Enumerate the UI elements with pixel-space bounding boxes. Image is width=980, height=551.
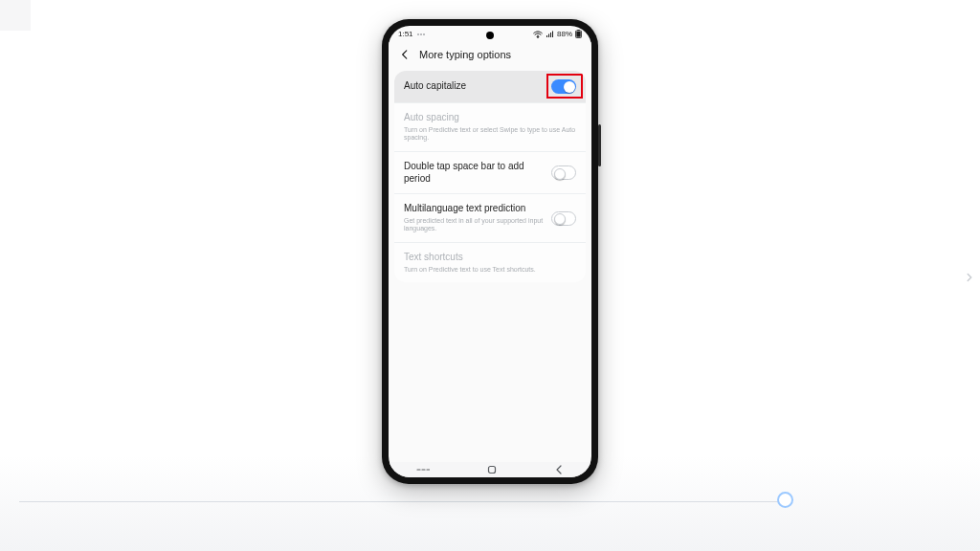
back-icon[interactable]	[398, 48, 412, 61]
nav-back-icon[interactable]	[554, 465, 564, 474]
battery-icon	[575, 30, 582, 38]
setting-title: Multilanguage text prediction	[404, 203, 551, 215]
setting-text: Auto capitalize	[404, 80, 551, 93]
phone-frame: 1:51 88% More typing options Auto capita…	[382, 19, 598, 484]
svg-rect-6	[488, 467, 495, 474]
setting-row[interactable]: Auto capitalize	[394, 71, 586, 103]
settings-list: Auto capitalizeAuto spacingTurn on Predi…	[394, 71, 586, 282]
wifi-icon	[533, 31, 543, 38]
setting-title: Auto capitalize	[404, 80, 551, 93]
status-misc-icon	[416, 31, 428, 38]
setting-text: Text shortcutsTurn on Predictive text to…	[404, 252, 576, 274]
setting-text: Double tap space bar to add period	[404, 161, 551, 185]
toggle-knob	[554, 213, 566, 225]
setting-text: Auto spacingTurn on Predictive text or s…	[404, 112, 576, 143]
battery-percent: 88%	[557, 30, 572, 38]
toggle-knob	[564, 81, 575, 93]
svg-point-2	[423, 33, 425, 35]
toggle-switch[interactable]	[551, 165, 576, 180]
setting-subtitle: Get predicted text in all of your suppor…	[404, 217, 551, 234]
setting-row[interactable]: Multilanguage text predictionGet predict…	[394, 194, 586, 243]
ghost-box	[0, 0, 31, 31]
next-chevron-icon[interactable]	[963, 271, 976, 284]
setting-subtitle: Turn on Predictive text to use Text shor…	[404, 266, 576, 275]
setting-title: Double tap space bar to add period	[404, 161, 551, 185]
status-time: 1:51	[398, 30, 413, 38]
svg-point-1	[420, 33, 422, 35]
camera-notch	[486, 32, 494, 39]
setting-row: Auto spacingTurn on Predictive text or s…	[394, 103, 586, 152]
android-nav-bar	[389, 462, 591, 477]
setting-title: Auto spacing	[404, 112, 576, 124]
phone-screen: 1:51 88% More typing options Auto capita…	[389, 26, 591, 477]
toggle-switch[interactable]	[551, 211, 576, 226]
setting-row[interactable]: Double tap space bar to add period	[394, 152, 586, 194]
toggle-knob	[554, 168, 566, 180]
progress-handle[interactable]	[777, 492, 793, 508]
svg-point-0	[417, 33, 419, 35]
nav-recent-icon[interactable]	[416, 465, 430, 474]
toggle-switch[interactable]	[551, 79, 576, 94]
setting-subtitle: Turn on Predictive text or select Swipe …	[404, 126, 576, 143]
setting-text: Multilanguage text predictionGet predict…	[404, 203, 551, 233]
nav-home-icon[interactable]	[486, 464, 498, 475]
page-title: More typing options	[419, 49, 511, 60]
progress-track[interactable]	[19, 501, 789, 502]
setting-row: Text shortcutsTurn on Predictive text to…	[394, 243, 586, 282]
signal-icon	[546, 31, 554, 38]
setting-title: Text shortcuts	[404, 252, 576, 264]
svg-rect-5	[576, 32, 580, 37]
content-area: More typing options Auto capitalizeAuto …	[389, 42, 591, 462]
page-header: More typing options	[389, 42, 591, 71]
